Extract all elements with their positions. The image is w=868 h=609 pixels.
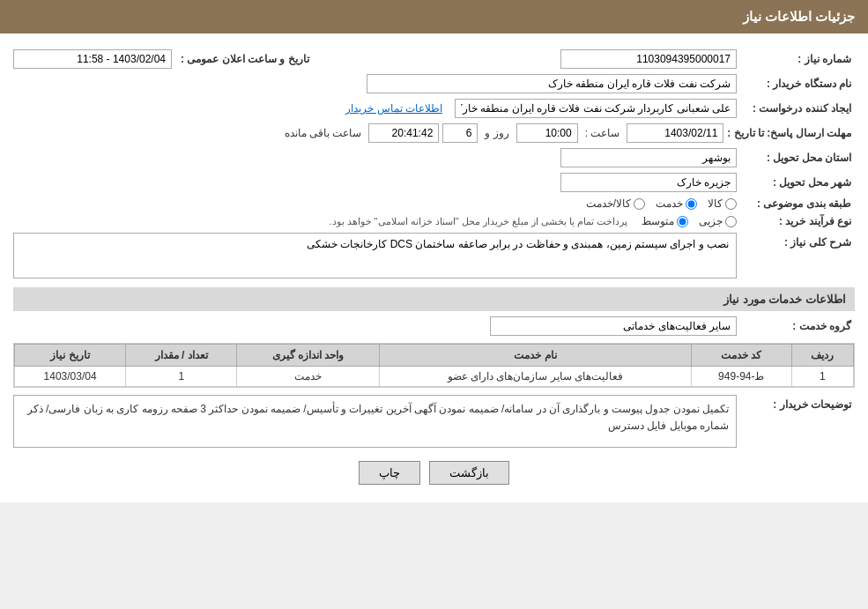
label-sharh-kolli: شرح کلی نیاز :	[740, 233, 855, 249]
radio-item-khadamat: خدمت	[656, 197, 697, 210]
label-rooz: روز و	[485, 127, 508, 139]
radio-khadamat[interactable]	[686, 198, 697, 210]
cell-tarikh-niaz: 1403/03/04	[15, 367, 126, 387]
label-tawzih-kharidár: توضیحات خریدار :	[740, 395, 855, 411]
label-khadamat: خدمت	[656, 197, 683, 210]
input-tarikh-elan[interactable]	[13, 49, 172, 69]
col-tedaad: تعداد / مقدار	[126, 345, 237, 367]
page-title: جزئیات اطلاعات نیاز	[743, 9, 855, 24]
input-nam-dastgah[interactable]	[367, 74, 737, 93]
btn-back[interactable]: بازگشت	[429, 461, 509, 485]
radio-item-kala: کالا	[708, 197, 737, 210]
notes-tawzih-kharidár: تکمیل نمودن جدول پیوست و بارگذاری آن در …	[13, 395, 737, 448]
label-noe-farayand: نوع فرآیند خرید :	[740, 215, 855, 227]
input-mohlat-countdown[interactable]	[368, 123, 439, 143]
label-shahr: شهر محل تحویل :	[740, 176, 855, 189]
row-goroohe-khadamat: گروه خدمت :	[13, 316, 855, 336]
row-shahr: شهر محل تحویل :	[13, 173, 855, 192]
label-tabaqebandi: طبقه بندی موضوعی :	[740, 197, 855, 210]
input-goroohe-khadamat[interactable]	[490, 316, 737, 336]
notes-text: تکمیل نمودن جدول پیوست و بارگذاری آن در …	[27, 403, 729, 432]
input-mohlat-rooz[interactable]	[442, 123, 478, 143]
cell-vahed: خدمت	[237, 367, 380, 387]
label-motevasset: متوسط	[642, 215, 674, 227]
label-goroohe-khadamat: گروه خدمت :	[740, 320, 855, 332]
row-nam-dastgah: نام دستگاه خریدار :	[13, 74, 855, 93]
label-tarikh-elan: تاریخ و ساعت اعلان عمومی :	[181, 53, 313, 65]
khadamat-table-section: ردیف کد خدمت نام خدمت واحد اندازه گیری ت…	[13, 343, 855, 388]
row-sharh-kolli: شرح کلی نیاز :	[13, 233, 855, 279]
row-shomare-tarikh: شماره نیاز : تاریخ و ساعت اعلان عمومی :	[13, 49, 855, 69]
radio-kala-khadamat[interactable]	[634, 198, 645, 210]
input-shomare-niaz[interactable]	[560, 49, 737, 69]
col-vahed: واحد اندازه گیری	[237, 345, 380, 367]
label-jozii: جزیی	[699, 215, 723, 227]
textarea-sharh-kolli[interactable]	[13, 233, 737, 279]
label-baghi-mandeh: ساعت باقی مانده	[285, 127, 362, 139]
row-tabaqebandi: طبقه بندی موضوعی : کالا خدمت کالا/خدمت	[13, 197, 855, 210]
cell-radif: 1	[791, 367, 853, 387]
page-header: جزئیات اطلاعات نیاز	[0, 0, 868, 33]
col-nam-khadamat: نام خدمت	[379, 345, 691, 367]
row-ostan: استان محل تحویل :	[13, 148, 855, 167]
input-ostan[interactable]	[560, 148, 737, 167]
page-container: جزئیات اطلاعات نیاز شماره نیاز : تاریخ و…	[0, 0, 868, 502]
label-ijad-konnandeh: ایجاد کننده درخواست :	[740, 102, 855, 115]
khadamat-table: ردیف کد خدمت نام خدمت واحد اندازه گیری ت…	[14, 344, 854, 387]
label-ostan: استان محل تحویل :	[740, 152, 855, 164]
label-saat: ساعت :	[585, 127, 620, 139]
cell-tedaad: 1	[126, 367, 237, 387]
row-ijad-konnandeh: ایجاد کننده درخواست : اطلاعات تماس خریدا…	[13, 99, 855, 118]
radio-item-motevasset: متوسط	[642, 215, 688, 227]
label-kala-khadamat: کالا/خدمت	[586, 197, 631, 210]
label-kala: کالا	[708, 197, 723, 210]
input-ijad-konnandeh[interactable]	[455, 99, 737, 118]
radio-noe-farayand: جزیی متوسط	[642, 215, 737, 227]
section-title-khadamat: اطلاعات خدمات مورد نیاز	[13, 287, 855, 311]
row-tawzih-kharidár: توضیحات خریدار : تکمیل نمودن جدول پیوست …	[13, 395, 855, 448]
radio-tabaqebandi: کالا خدمت کالا/خدمت	[586, 197, 737, 210]
cell-nam-khadamat: فعالیت‌های سایر سازمان‌های دارای عضو	[379, 367, 691, 387]
col-kod-khadamat: کد خدمت	[692, 345, 792, 367]
radio-kala[interactable]	[725, 198, 737, 210]
col-radif: ردیف	[791, 345, 853, 367]
row-noe-farayand: نوع فرآیند خرید : جزیی متوسط پرداخت تمام…	[13, 215, 855, 227]
input-shahr[interactable]	[560, 173, 737, 192]
main-content: شماره نیاز : تاریخ و ساعت اعلان عمومی : …	[0, 33, 868, 502]
radio-item-kala-khadamat: کالا/خدمت	[586, 197, 645, 210]
noe-farayand-note: پرداخت تمام یا بخشی از مبلغ خریدار محل "…	[329, 216, 627, 227]
radio-motevasset[interactable]	[677, 216, 688, 227]
col-tarikh-niaz: تاریخ نیاز	[15, 345, 126, 367]
btn-row: بازگشت چاپ	[13, 461, 855, 485]
link-ettelaat-tamas[interactable]: اطلاعات تماس خریدار	[345, 102, 442, 115]
radio-item-jozii: جزیی	[699, 215, 737, 227]
label-nam-dastgah: نام دستگاه خریدار :	[740, 78, 855, 90]
label-shomare-niaz: شماره نیاز :	[740, 53, 855, 65]
radio-jozii[interactable]	[725, 216, 737, 227]
cell-kod-khadamat: ط-94-949	[692, 367, 792, 387]
input-mohlat-date[interactable]	[627, 123, 723, 143]
label-mohlat: مهلت ارسال پاسخ: تا تاریخ :	[727, 127, 855, 139]
btn-print[interactable]: چاپ	[359, 461, 420, 485]
input-mohlat-saat[interactable]	[516, 123, 578, 143]
table-row: 1 ط-94-949 فعالیت‌های سایر سازمان‌های دا…	[15, 367, 854, 387]
row-mohlat: مهلت ارسال پاسخ: تا تاریخ : ساعت : روز و…	[13, 123, 855, 143]
